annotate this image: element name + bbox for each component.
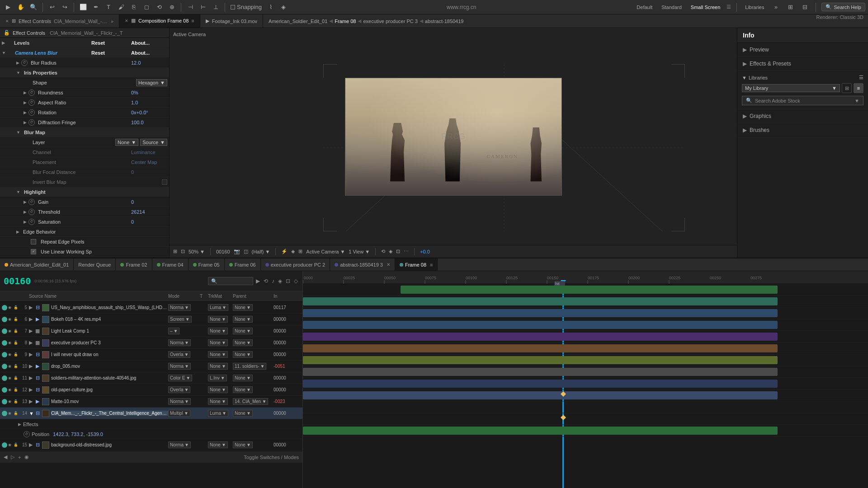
tl-vis-10[interactable] — [2, 364, 7, 369]
tl-parent-dropdown-5[interactable]: None▼ — [233, 304, 253, 311]
roto-tool[interactable]: ⟲ — [154, 2, 165, 13]
tl-tab-exec-prod[interactable]: executive producer PC 2 — [261, 258, 330, 271]
tl-trk-dropdown-12[interactable]: None▼ — [208, 386, 228, 393]
breadcrumb-item-1[interactable]: Frame 08 — [335, 19, 356, 24]
tl-expand-8[interactable]: ▶ — [29, 340, 34, 346]
tab-footage[interactable]: ▶ Footage_Ink 03.mov — [200, 14, 263, 28]
tl-mode-dropdown-10[interactable]: Norma▼ — [168, 363, 191, 370]
diffraction-expand[interactable]: ▶ — [2, 120, 27, 125]
tl-effects-expand[interactable]: ▶ — [18, 422, 21, 427]
roundness-stopwatch[interactable]: ⏱ — [28, 89, 35, 96]
tl-expand-9[interactable]: ▶ — [29, 352, 34, 357]
blur-map-expand[interactable]: ▼ — [2, 130, 20, 135]
tl-solo-6[interactable]: ◉ — [8, 317, 13, 322]
tl-position-value[interactable]: 1422.3, 733.2, -1539.0 — [53, 432, 103, 437]
tl-vis-13[interactable] — [2, 399, 7, 404]
tl-vis-14[interactable] — [2, 411, 7, 416]
tl-solo-14[interactable]: ◉ — [8, 411, 13, 416]
tl-name-14[interactable]: CIA_Mem..._-_Flickr_-_The_Central_Intell… — [51, 411, 168, 416]
tl-trk-dropdown-5[interactable]: Luma▼ — [208, 304, 228, 311]
output-icon[interactable]: ⊡ — [396, 249, 400, 254]
rotation-stopwatch[interactable]: ⏱ — [28, 109, 35, 116]
tl-solo-10[interactable]: ◉ — [8, 364, 13, 369]
aspect-expand[interactable]: ▶ — [2, 100, 27, 105]
tl-expand-5[interactable]: ▶ — [29, 305, 34, 310]
tl-name-13[interactable]: Matte-10.mov — [51, 399, 168, 404]
tl-lock-12[interactable]: 🔓 — [14, 388, 18, 392]
tl-tab-american-soldier[interactable]: American_Soldier_Edit_01 — [0, 258, 74, 271]
eraser-tool[interactable]: ◻ — [141, 2, 152, 13]
rotation-expand[interactable]: ▶ — [2, 110, 27, 115]
tl-parent-dropdown-11[interactable]: None▼ — [233, 375, 253, 381]
tl-name-10[interactable]: drop_005.mov — [51, 364, 168, 369]
fast-preview-icon[interactable]: ⚡ — [281, 249, 288, 254]
tl-trk-dropdown-10[interactable]: None▼ — [208, 363, 228, 370]
tl-trk-dropdown-15[interactable]: None▼ — [208, 441, 228, 448]
my-library-dropdown[interactable]: My Library ▼ — [742, 84, 840, 92]
tl-expand-all-btn[interactable]: ◀ — [4, 454, 7, 460]
levels-about[interactable]: About... — [131, 40, 167, 46]
grid-icon[interactable]: ⊞ — [298, 249, 302, 254]
diffraction-stopwatch[interactable]: ⏱ — [28, 119, 35, 126]
tl-mode-dropdown-8[interactable]: Norma▼ — [168, 339, 191, 346]
roundness-value[interactable]: 0% — [131, 90, 167, 95]
tl-solo-toggle-btn[interactable]: ◉ — [24, 454, 29, 460]
toolbar-icon-a[interactable]: ⊞ — [785, 2, 796, 13]
invert-blur-checkbox[interactable] — [162, 179, 167, 185]
views-dropdown[interactable]: 1 View ▼ — [349, 249, 370, 254]
tl-toggle-label[interactable]: Toggle Switches / Modes — [244, 455, 299, 460]
tl-ctrl-add-marker[interactable]: ◇ — [293, 277, 299, 285]
iris-expand[interactable]: ▼ — [2, 70, 20, 75]
tl-vis-12[interactable] — [2, 387, 7, 393]
camera-blur-expand[interactable]: ▼ — [2, 51, 6, 55]
tl-ctrl-play[interactable]: ▶ — [255, 277, 261, 285]
tl-name-7[interactable]: Light Leak Comp 1 — [51, 328, 168, 333]
tl-mode-dropdown-11[interactable]: Color E▼ — [168, 375, 192, 381]
tl-name-11[interactable]: soldiers-military-attention-salute-40546… — [51, 375, 168, 380]
blur-radius-stopwatch[interactable]: ⏱ — [21, 60, 28, 66]
tl-name-12[interactable]: old-paper-culture.jpg — [51, 387, 168, 392]
tl-tab-frame05[interactable]: Frame 05 — [189, 258, 225, 271]
blur-radius-expand[interactable]: ▶ — [2, 61, 19, 65]
layer-dropdown[interactable]: None ▼ — [115, 139, 138, 146]
tl-tab-frame04[interactable]: Frame 04 — [152, 258, 189, 271]
tl-tab-frame06[interactable]: Frame 06 — [225, 258, 261, 271]
tl-add-layer-btn[interactable]: + — [18, 455, 21, 460]
tab-ec-close[interactable]: ✕ — [5, 19, 9, 23]
tab-effect-controls[interactable]: ✕ ⊞ Effect Controls CIA_Memorial_Wall_-_… — [0, 14, 119, 28]
use-linear-checkbox[interactable]: ✓ — [31, 249, 36, 254]
tl-tab-close-7[interactable]: ✕ — [387, 262, 390, 267]
tl-expand-14[interactable]: ▼ — [29, 411, 34, 416]
align-center-tool[interactable]: ⊢ — [198, 2, 208, 13]
tl-mode-dropdown-15[interactable]: Norma▼ — [168, 441, 191, 448]
tl-tab-abstract[interactable]: abstract-1850419 3 ✕ — [330, 258, 395, 271]
libraries-menu-icon[interactable]: ☰ — [859, 75, 863, 80]
tl-name-8[interactable]: executive producer PC 3 — [51, 340, 168, 345]
tl-lock-6[interactable]: 🔓 — [14, 317, 18, 322]
tl-solo-13[interactable]: ◉ — [8, 399, 13, 404]
tl-solo-7[interactable]: ◉ — [8, 329, 13, 333]
align-left-tool[interactable]: ⊣ — [185, 2, 196, 13]
snapping-checkbox[interactable]: Snapping — [229, 2, 264, 13]
tl-lock-5[interactable]: 🔓 — [14, 305, 18, 310]
hand-tool[interactable]: ✋ — [15, 2, 26, 13]
tl-trk-dropdown-14[interactable]: Luma▼ — [208, 410, 228, 417]
preset-menu-icon[interactable]: ☰ — [726, 4, 731, 10]
camera-blur-about[interactable]: About... — [131, 50, 167, 56]
3d-icon[interactable]: ◈ — [291, 249, 295, 254]
redo-tool[interactable]: ↪ — [59, 2, 70, 13]
tl-mode-dropdown-12[interactable]: Overla▼ — [168, 386, 190, 393]
tl-name-6[interactable]: Bokeh 018 – 4K res.mp4 — [51, 317, 168, 322]
tl-vis-15[interactable] — [2, 442, 7, 448]
clone-tool[interactable]: ⎘ — [128, 2, 139, 13]
tab-comp-expand[interactable]: ≡ — [191, 18, 194, 23]
select-tool[interactable]: ▶ — [3, 2, 14, 13]
rectangle-tool[interactable]: ⬜ — [78, 2, 89, 13]
tl-expand-12[interactable]: ▶ — [29, 387, 34, 393]
tl-parent-dropdown-8[interactable]: None▼ — [233, 339, 253, 346]
tl-mode-dropdown-13[interactable]: Norma▼ — [168, 398, 191, 405]
tl-expand-15[interactable]: ▶ — [29, 442, 34, 448]
aspect-stopwatch[interactable]: ⏱ — [28, 99, 35, 106]
tl-trk-dropdown-8[interactable]: None▼ — [208, 339, 228, 346]
tl-ctrl-preview[interactable]: ⊡ — [285, 277, 291, 285]
